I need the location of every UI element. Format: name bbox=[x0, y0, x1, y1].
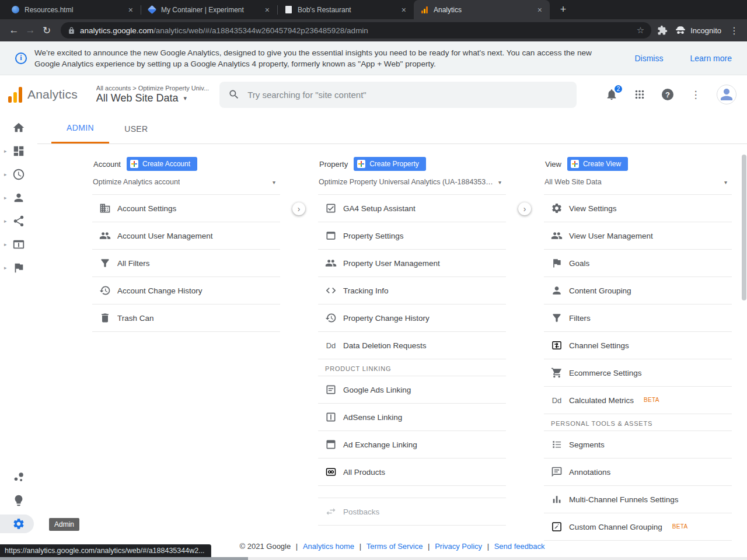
chevron-down-icon: ▾ bbox=[498, 179, 501, 186]
tab-admin[interactable]: ADMIN bbox=[51, 114, 109, 144]
forward-icon[interactable]: → bbox=[22, 22, 39, 38]
admin-item-ecommerce-settings[interactable]: Ecommerce Settings bbox=[544, 359, 732, 387]
admin-item-property-user-management[interactable]: Property User Management bbox=[318, 250, 506, 277]
admin-item-calculated-metrics[interactable]: DdCalculated MetricsBETA bbox=[544, 387, 732, 414]
admin-item-tracking-info[interactable]: Tracking Info bbox=[318, 277, 506, 304]
admin-item-property-settings[interactable]: Property Settings bbox=[318, 222, 506, 250]
admin-item-content-grouping[interactable]: Content Grouping bbox=[544, 277, 732, 304]
sidebar-item-behavior[interactable]: ▸ bbox=[0, 233, 37, 256]
page-body: ▸ ▸ ▸ ▸ ▸ ▸ ADMIN USER Account bbox=[0, 114, 747, 560]
footer-link-feedback[interactable]: Send feedback bbox=[494, 542, 545, 551]
horizontal-scrollbar[interactable] bbox=[0, 557, 747, 560]
more-options-icon[interactable]: ⋮ bbox=[689, 88, 703, 102]
account-column: Account Create Account Optimize Analytic… bbox=[92, 157, 280, 541]
close-icon[interactable]: × bbox=[263, 5, 271, 15]
address-bar[interactable]: analytics.google.com/analytics/web/#/a18… bbox=[61, 22, 651, 38]
admin-item-custom-channel-grouping[interactable]: Custom Channel GroupingBETA bbox=[544, 513, 732, 541]
admin-item-all-filters[interactable]: All Filters bbox=[92, 250, 280, 277]
plus-icon bbox=[130, 160, 138, 168]
bookmark-star-icon[interactable]: ☆ bbox=[637, 25, 644, 36]
create-account-button[interactable]: Create Account bbox=[127, 157, 197, 171]
admin-item-all-products[interactable]: All Products bbox=[318, 459, 506, 486]
reload-icon[interactable]: ↻ bbox=[39, 22, 55, 38]
admin-item-adsense-linking[interactable]: AdSense Linking bbox=[318, 404, 506, 431]
admin-item-goals[interactable]: Goals bbox=[544, 250, 732, 277]
sidebar-item-acquisition[interactable]: ▸ bbox=[0, 209, 37, 233]
admin-item-view-settings[interactable]: View Settings bbox=[544, 195, 732, 222]
expand-arrow-icon: ▸ bbox=[4, 242, 7, 247]
admin-item-trash-can[interactable]: Trash Can bbox=[92, 304, 280, 332]
footer-link-analytics-home[interactable]: Analytics home bbox=[303, 542, 354, 551]
admin-item-ad-exchange-linking[interactable]: Ad Exchange Linking bbox=[318, 431, 506, 459]
url-text: analytics.google.com/analytics/web/#/a18… bbox=[80, 26, 632, 35]
admin-item-account-user-management[interactable]: Account User Management bbox=[92, 222, 280, 250]
sidebar-item-audience[interactable]: ▸ bbox=[0, 186, 37, 209]
incognito-label: Incognito bbox=[690, 26, 721, 35]
vertical-scrollbar-thumb[interactable] bbox=[742, 155, 746, 300]
info-icon: i bbox=[15, 52, 27, 64]
view-selector[interactable]: All Web Site Data ▾ bbox=[544, 178, 732, 186]
admin-item-view-user-management[interactable]: View User Management bbox=[544, 222, 732, 250]
search-bar[interactable] bbox=[219, 82, 577, 108]
sidebar-item-attribution[interactable] bbox=[0, 466, 37, 489]
admin-item-filters[interactable]: Filters bbox=[544, 304, 732, 332]
account-selector[interactable]: Optimize Analytics account ▾ bbox=[92, 178, 280, 186]
footer-link-privacy[interactable]: Privacy Policy bbox=[435, 542, 482, 551]
notifications-button[interactable]: 2 bbox=[605, 88, 619, 102]
admin-item-multi-channel-funnels[interactable]: Multi-Channel Funnels Settings bbox=[544, 486, 732, 513]
admin-item-ga4-setup-assistant[interactable]: GA4 Setup Assistant bbox=[318, 195, 506, 222]
admin-item-google-ads-linking[interactable]: Google Ads Linking bbox=[318, 376, 506, 404]
collapse-property-column-button[interactable]: › bbox=[518, 202, 531, 215]
tab-tag-manager[interactable]: My Container | Experiment × bbox=[141, 0, 277, 19]
help-button[interactable]: ? bbox=[661, 88, 675, 102]
tab-title: Analytics bbox=[434, 6, 531, 14]
filter-icon bbox=[99, 257, 111, 269]
admin-item-property-change-history[interactable]: Property Change History bbox=[318, 304, 506, 332]
analytics-logo[interactable]: Analytics bbox=[8, 87, 78, 103]
browser-tab-strip: Resources.html × My Container | Experime… bbox=[0, 0, 747, 19]
apps-grid-button[interactable] bbox=[633, 88, 647, 102]
admin-item-channel-settings[interactable]: Channel Settings bbox=[544, 332, 732, 359]
collapse-account-column-button[interactable]: › bbox=[292, 202, 305, 215]
admin-item-account-settings[interactable]: Account Settings bbox=[92, 195, 280, 222]
create-view-button[interactable]: Create View bbox=[567, 157, 628, 171]
sidebar-item-customization[interactable]: ▸ bbox=[0, 139, 37, 163]
admin-columns: Account Create Account Optimize Analytic… bbox=[37, 144, 747, 541]
sidebar-item-admin[interactable] bbox=[0, 512, 37, 536]
back-icon[interactable]: ← bbox=[6, 22, 22, 38]
close-icon[interactable]: × bbox=[400, 5, 408, 15]
admin-item-account-change-history[interactable]: Account Change History bbox=[92, 277, 280, 304]
tab-resources[interactable]: Resources.html × bbox=[5, 0, 141, 19]
browser-menu-icon[interactable]: ⋮ bbox=[727, 25, 741, 36]
sidebar-item-realtime[interactable]: ▸ bbox=[0, 163, 37, 186]
plus-icon bbox=[357, 160, 365, 168]
property-selector[interactable]: Optimize Property Universal Analytics (U… bbox=[318, 178, 506, 186]
sidebar-item-conversions[interactable]: ▸ bbox=[0, 256, 37, 279]
create-property-button[interactable]: Create Property bbox=[354, 157, 426, 171]
tab-user[interactable]: USER bbox=[109, 114, 163, 144]
admin-item-annotations[interactable]: Annotations bbox=[544, 459, 732, 486]
avatar[interactable] bbox=[717, 85, 736, 104]
admin-item-segments[interactable]: Segments bbox=[544, 431, 732, 459]
admin-item-postbacks[interactable]: Postbacks bbox=[318, 498, 506, 526]
learn-more-button[interactable]: Learn more bbox=[690, 54, 732, 63]
segments-icon bbox=[551, 439, 563, 450]
dismiss-button[interactable]: Dismiss bbox=[634, 54, 663, 63]
horizontal-scrollbar-thumb[interactable] bbox=[0, 557, 248, 560]
account-picker[interactable]: All accounts > Optimize Property Univ...… bbox=[96, 85, 209, 104]
close-icon[interactable]: × bbox=[536, 5, 544, 15]
admin-item-data-deletion-requests[interactable]: DdData Deletion Requests bbox=[318, 332, 506, 359]
tab-bobs-restaurant[interactable]: Bob's Restaurant × bbox=[278, 0, 414, 19]
extensions-icon[interactable] bbox=[657, 25, 668, 36]
search-input[interactable] bbox=[247, 90, 568, 100]
new-tab-button[interactable]: + bbox=[556, 2, 571, 17]
sidebar-item-discover[interactable] bbox=[0, 489, 37, 512]
annotation-icon bbox=[551, 466, 563, 478]
footer-link-terms[interactable]: Terms of Service bbox=[366, 542, 423, 551]
expand-arrow-icon: ▸ bbox=[4, 172, 7, 177]
chevron-down-icon: ▾ bbox=[273, 179, 275, 186]
tab-analytics-active[interactable]: Analytics × bbox=[414, 0, 550, 19]
sidebar-item-home[interactable] bbox=[0, 116, 37, 139]
close-icon[interactable]: × bbox=[127, 5, 135, 15]
edit-box-icon bbox=[551, 521, 563, 533]
